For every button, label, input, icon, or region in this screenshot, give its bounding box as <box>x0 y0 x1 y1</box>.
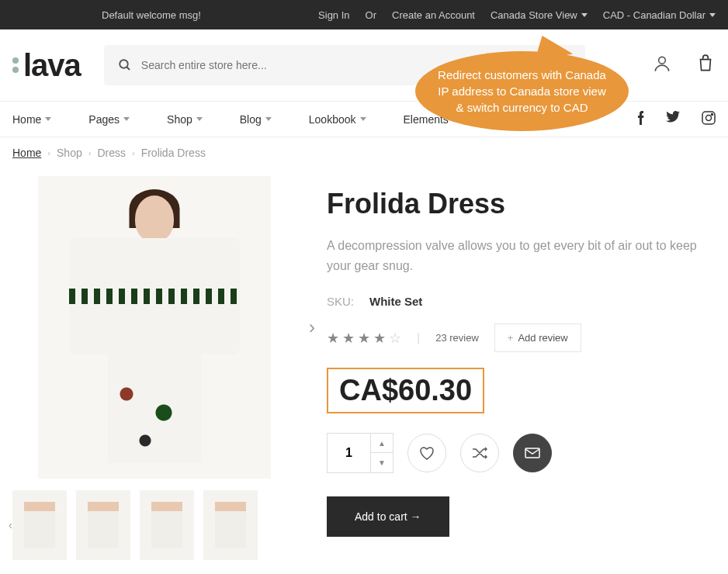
nav-item-lookbook[interactable]: Lookbook <box>309 113 366 126</box>
svg-point-2 <box>659 57 666 64</box>
chevron-down-icon <box>709 13 716 17</box>
heart-icon <box>419 446 435 460</box>
account-icon[interactable] <box>652 54 672 77</box>
logo-text: lava <box>23 48 81 83</box>
quantity-down-button[interactable]: ▼ <box>371 453 393 472</box>
breadcrumb-item[interactable]: Shop <box>57 147 82 159</box>
quantity-up-button[interactable]: ▲ <box>371 434 393 453</box>
product-description: A decompression valve allows you to get … <box>327 236 716 275</box>
chevron-down-icon <box>360 117 366 121</box>
chevron-down-icon <box>265 117 272 121</box>
svg-point-4 <box>706 116 712 121</box>
breadcrumb-current: Frolida Dress <box>141 147 206 159</box>
product-thumbnail[interactable] <box>203 490 258 560</box>
nav-item-blog[interactable]: Blog <box>240 113 272 126</box>
gallery-prev-button[interactable]: ‹ <box>0 309 7 346</box>
breadcrumb-home[interactable]: Home <box>12 147 41 159</box>
separator: | <box>417 331 420 345</box>
currency-label: CAD - Canadian Dollar <box>603 9 705 21</box>
envelope-icon <box>525 448 540 458</box>
chevron-down-icon <box>123 117 130 121</box>
store-view-selector[interactable]: Canada Store View <box>491 9 588 21</box>
facebook-icon[interactable] <box>637 111 644 127</box>
product-thumbnail[interactable] <box>140 490 194 560</box>
product-main-image[interactable] <box>38 176 271 479</box>
svg-point-5 <box>712 114 713 116</box>
store-view-label: Canada Store View <box>491 9 577 21</box>
product-gallery: ‹ › ‹ <box>12 176 296 560</box>
create-account-link[interactable]: Create an Account <box>392 9 475 21</box>
chevron-right-icon: › <box>47 148 50 157</box>
product-title: Frolida Dress <box>327 188 716 220</box>
quantity-input[interactable] <box>328 434 370 472</box>
nav-item-pages[interactable]: Pages <box>88 113 130 126</box>
or-text: Or <box>366 9 376 21</box>
cart-icon[interactable] <box>695 54 716 77</box>
sku-value: White Set <box>369 295 422 308</box>
chevron-right-icon: › <box>88 148 92 157</box>
compare-button[interactable] <box>460 434 499 472</box>
chevron-down-icon <box>581 13 588 17</box>
chevron-right-icon: › <box>132 148 135 157</box>
nav-item-home[interactable]: Home <box>12 113 51 126</box>
rating-stars: ★ ★ ★ ★ ☆ <box>327 330 401 347</box>
star-icon: ★ <box>327 330 339 347</box>
currency-selector[interactable]: CAD - Canadian Dollar <box>603 9 716 21</box>
product-thumbnail[interactable] <box>76 490 130 560</box>
nav-item-shop[interactable]: Shop <box>167 113 203 126</box>
price-highlight: CA$60.30 <box>327 368 484 413</box>
star-icon: ★ <box>342 330 355 347</box>
star-outline-icon: ☆ <box>389 330 401 347</box>
review-count[interactable]: 23 review <box>435 332 479 344</box>
add-review-button[interactable]: + Add review <box>494 323 581 352</box>
plus-icon: + <box>508 332 514 344</box>
product-thumbnail[interactable] <box>12 490 67 560</box>
logo[interactable]: lava <box>12 48 81 83</box>
twitter-icon[interactable] <box>666 111 680 127</box>
gallery-next-button[interactable]: › <box>301 309 323 346</box>
quantity-stepper[interactable]: ▲ ▼ <box>327 433 393 473</box>
wishlist-button[interactable] <box>407 434 446 472</box>
breadcrumb-item[interactable]: Dress <box>97 147 126 159</box>
email-button[interactable] <box>513 434 552 472</box>
star-icon: ★ <box>358 330 370 347</box>
svg-line-1 <box>127 67 130 70</box>
sku-label: SKU: <box>327 295 354 308</box>
chevron-down-icon <box>45 117 51 121</box>
signin-link[interactable]: Sign In <box>318 9 349 21</box>
thumb-prev-button[interactable]: ‹ <box>9 519 12 531</box>
breadcrumb: Home › Shop › Dress › Frolida Dress <box>0 137 728 168</box>
welcome-message: Default welcome msg! <box>102 9 201 21</box>
search-icon <box>118 58 132 72</box>
svg-point-0 <box>120 60 128 68</box>
annotation-callout: Redirect customers with Canada IP addres… <box>415 51 629 131</box>
shuffle-icon <box>472 447 487 459</box>
chevron-down-icon <box>196 117 203 121</box>
product-price: CA$60.30 <box>339 374 472 406</box>
instagram-icon[interactable] <box>702 111 716 127</box>
logo-dots-icon <box>12 57 19 73</box>
add-to-cart-button[interactable]: Add to cart → <box>327 496 449 537</box>
svg-rect-6 <box>525 448 539 458</box>
star-icon: ★ <box>373 330 386 347</box>
